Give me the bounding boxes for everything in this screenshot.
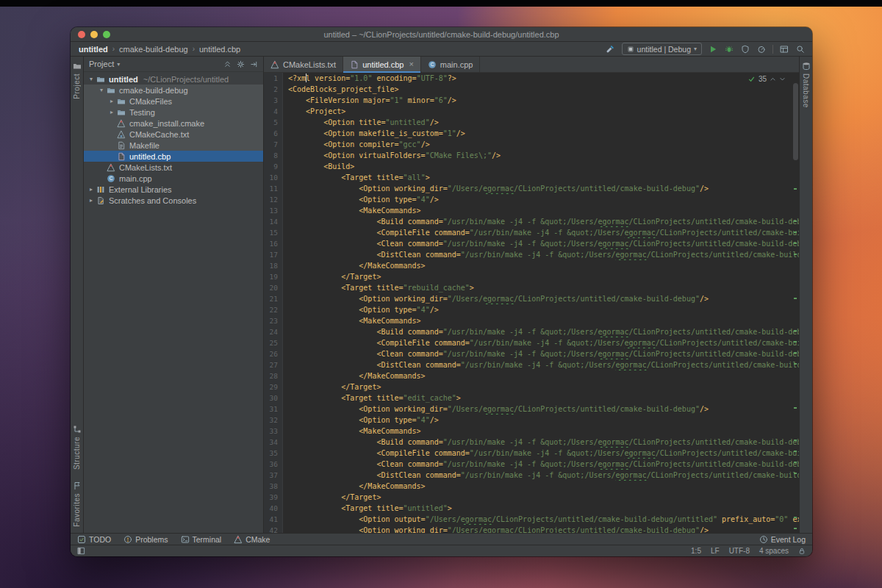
run-config-selector[interactable]: untitled | Debug ▾ — [622, 43, 702, 55]
toolwindow-button-problems[interactable]: Problems — [123, 535, 168, 544]
code-line[interactable]: 41 <Option output="/Users/egormac/CLionP… — [264, 514, 799, 525]
code-line[interactable]: 36 <Clean command="/usr/bin/make -j4 -f … — [264, 459, 799, 470]
code-line[interactable]: 7 <Option compiler="gcc"/> — [264, 139, 799, 150]
tree-item-makefile[interactable]: Makefile — [84, 140, 263, 151]
warning-stripe-mark[interactable] — [794, 232, 797, 233]
editor[interactable]: 1<?xml version="1.0" encoding="UTF-8"?>2… — [264, 73, 799, 533]
code-line[interactable]: 18 </MakeCommands> — [264, 260, 799, 271]
code-line[interactable]: 14 <Build command="/usr/bin/make -j4 -f … — [264, 216, 799, 227]
chevron-down-icon[interactable]: ▾ — [117, 61, 120, 68]
code-line[interactable]: 27 <DistClean command="/usr/bin/make -j4… — [264, 359, 799, 370]
warning-stripe-mark[interactable] — [794, 188, 797, 190]
file-encoding[interactable]: UTF-8 — [729, 547, 750, 555]
warning-stripe-mark[interactable] — [794, 440, 797, 441]
tree-item-scratches-and-consoles[interactable]: ▸Scratches and Consoles — [84, 195, 263, 206]
search-icon[interactable] — [795, 44, 806, 54]
tree-item-cmakecache-txt[interactable]: CMakeCache.txt — [84, 129, 263, 140]
code-line[interactable]: 33 <MakeCommands> — [264, 426, 799, 437]
code-line[interactable]: 24 <Build command="/usr/bin/make -j4 -f … — [264, 326, 799, 337]
warning-stripe-mark[interactable] — [794, 254, 797, 255]
warning-stripe-mark[interactable] — [794, 451, 797, 452]
project-panel-title[interactable]: Project — [89, 60, 114, 68]
code-line[interactable]: 20 <Target title="rebuild_cache"> — [264, 282, 799, 293]
code-line[interactable]: 38 </MakeCommands> — [264, 481, 799, 492]
profiler-button[interactable] — [756, 44, 767, 54]
code-line[interactable]: 11 <Option working_dir="/Users/egormac/C… — [264, 183, 799, 194]
next-problem-icon[interactable] — [779, 76, 786, 82]
warning-stripe-mark[interactable] — [794, 243, 797, 244]
code-line[interactable]: 35 <CompileFile command="/usr/bin/make -… — [264, 448, 799, 459]
tree-item-cmakelists-txt[interactable]: CMakeLists.txt — [84, 162, 263, 173]
zoom-button[interactable] — [103, 31, 110, 38]
window-layout-icon[interactable] — [779, 44, 789, 54]
tree-item-main-cpp[interactable]: Cmain.cpp — [84, 173, 263, 184]
inspections-widget[interactable]: 35 — [745, 74, 788, 84]
toolwindow-button-terminal[interactable]: Terminal — [181, 535, 222, 544]
code-line[interactable]: 30 <Target title="edit_cache"> — [264, 392, 799, 404]
code-line[interactable]: 37 <DistClean command="/usr/bin/make -j4… — [264, 470, 799, 481]
code-line[interactable]: 39 </Target> — [264, 492, 799, 503]
tab-close-icon[interactable]: × — [409, 60, 413, 68]
code-line[interactable]: 25 <CompileFile command="/usr/bin/make -… — [264, 337, 799, 348]
code-line[interactable]: 28 </MakeCommands> — [264, 370, 799, 381]
breadcrumb-item-untitled-cbp[interactable]: untitled.cbp — [199, 45, 240, 54]
code-line[interactable]: 29 </Target> — [264, 381, 799, 392]
event-log-button[interactable]: Event Log — [759, 535, 806, 544]
toolwindow-button-structure[interactable]: Structure — [73, 425, 82, 470]
tree-item-cmakefiles[interactable]: ▸CMakeFiles — [84, 96, 263, 107]
minimize-button[interactable] — [90, 31, 98, 38]
editor-tab-main-cpp[interactable]: Cmain.cpp — [421, 57, 481, 72]
tree-item-testing[interactable]: ▸Testing — [84, 107, 263, 118]
warning-stripe-mark[interactable] — [794, 473, 797, 474]
toolwindow-button-database[interactable]: Database — [802, 62, 811, 108]
toolwindow-switcher-icon[interactable] — [77, 547, 85, 555]
breadcrumb-item-cmake-build-debug[interactable]: cmake-build-debug — [119, 45, 188, 54]
code-line[interactable]: 15 <CompileFile command="/usr/bin/make -… — [264, 227, 799, 238]
chevron-right-icon[interactable]: ▸ — [107, 98, 116, 104]
editor-tab-untitled-cbp[interactable]: untitled.cbp× — [343, 57, 421, 72]
line-separator[interactable]: LF — [711, 547, 720, 555]
warning-stripe-mark[interactable] — [794, 363, 797, 365]
code-line[interactable]: 2<CodeBlocks_project_file> — [264, 84, 799, 95]
chevron-right-icon[interactable]: ▸ — [107, 109, 116, 115]
chevron-down-icon[interactable]: ▾ — [97, 87, 106, 93]
code-line[interactable]: 22 <Option type="4"/> — [264, 304, 799, 315]
prev-problem-icon[interactable] — [770, 76, 776, 82]
readonly-lock-icon[interactable] — [798, 547, 806, 555]
tree-item-untitled[interactable]: ▾untitled~/CLionProjects/untitled — [84, 74, 263, 85]
code-line[interactable]: 34 <Build command="/usr/bin/make -j4 -f … — [264, 437, 799, 448]
warning-stripe-mark[interactable] — [794, 462, 797, 463]
toolwindow-button-todo[interactable]: TODO — [77, 535, 111, 544]
chevron-down-icon[interactable]: ▾ — [87, 76, 96, 82]
window-titlebar[interactable]: untitled – ~/CLionProjects/untitled/cmak… — [71, 27, 812, 42]
code-line[interactable]: 23 <MakeCommands> — [264, 315, 799, 326]
code-line[interactable]: 13 <MakeCommands> — [264, 205, 799, 216]
warning-stripe-mark[interactable] — [794, 352, 797, 354]
warning-stripe-mark[interactable] — [794, 330, 797, 331]
code-line[interactable]: 19 </Target> — [264, 271, 799, 282]
warning-stripe-mark[interactable] — [794, 517, 797, 518]
coverage-button[interactable] — [740, 44, 750, 54]
run-button[interactable] — [708, 44, 718, 54]
code-line[interactable]: 5 <Option title="untitled"/> — [264, 117, 799, 128]
toolwindow-button-favorites[interactable]: Favorites — [73, 481, 82, 527]
code-line[interactable]: 16 <Clean command="/usr/bin/make -j4 -f … — [264, 238, 799, 249]
toolwindow-button-cmake[interactable]: CMake — [234, 535, 270, 544]
code-line[interactable]: 4 <Project> — [264, 106, 799, 117]
chevron-right-icon[interactable]: ▸ — [87, 186, 96, 193]
breadcrumb-item-untitled[interactable]: untitled — [79, 45, 108, 54]
code-line[interactable]: 10 <Target title="all"> — [264, 172, 799, 183]
code-line[interactable]: 1<?xml version="1.0" encoding="UTF-8"?> — [264, 73, 799, 84]
gear-icon[interactable] — [237, 60, 245, 68]
warning-stripe-mark[interactable] — [794, 341, 797, 343]
code-line[interactable]: 9 <Build> — [264, 161, 799, 172]
debug-button[interactable] — [724, 44, 734, 54]
code-line[interactable]: 17 <DistClean command="/usr/bin/make -j4… — [264, 249, 799, 260]
hide-panel-icon[interactable] — [250, 60, 258, 68]
toolwindow-button-project[interactable]: Project — [73, 62, 82, 99]
collapse-all-icon[interactable] — [223, 60, 232, 68]
code-line[interactable]: 32 <Option type="4"/> — [264, 415, 799, 426]
warning-stripe-mark[interactable] — [794, 528, 797, 529]
code-line[interactable]: 42 <Option working_dir="/Users/egormac/C… — [264, 525, 799, 533]
warning-stripe-mark[interactable] — [794, 220, 797, 222]
